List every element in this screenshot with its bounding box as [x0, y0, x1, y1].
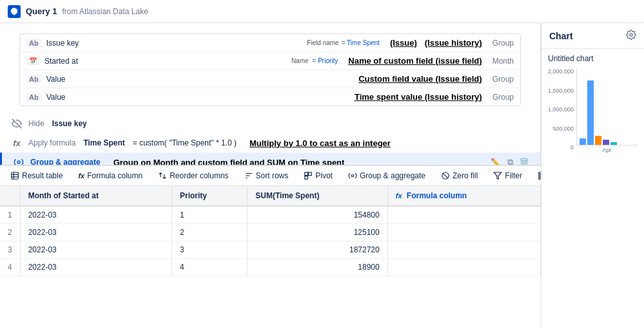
group-aggregate-step-row[interactable]: Group & aggregate Group on Month and cus… [0, 153, 540, 165]
col-sum-header[interactable]: SUM(Time Spent) [248, 186, 387, 206]
edit-icon[interactable]: ✏️ [490, 156, 502, 165]
cell-formula [387, 241, 540, 258]
formula-column-icon: fx [396, 192, 402, 200]
group-aggregate-annotation: Group on Month and custom field and SUM … [113, 158, 345, 165]
delete-icon[interactable]: 🗑️ [518, 156, 530, 165]
query-title: Query 1 [26, 6, 57, 16]
hide-step-row[interactable]: Hide Issue key [0, 114, 540, 133]
formula-value: = custom( "Time Spent" * 1.0 ) [133, 138, 237, 147]
svg-rect-14 [305, 176, 308, 179]
chart-subtitle: Untitled chart [548, 54, 638, 63]
group-aggregate-toolbar-label: Group & aggregate [360, 171, 425, 180]
hide-label: Hide [28, 119, 44, 128]
result-table-btn[interactable]: Result table [5, 169, 68, 183]
field-name-label: Value [46, 75, 354, 84]
row-number: 1 [0, 206, 20, 224]
col-priority-header[interactable]: Priority [171, 186, 247, 206]
left-panel: Ab Issue key Field name = Time Spent (Is… [0, 23, 541, 327]
field-name-label: Started at [44, 57, 286, 66]
field-name-label: Issue key [46, 39, 302, 48]
field-name-label: Value [46, 93, 349, 102]
chart-title: Chart [549, 31, 573, 41]
group-aggregate-btn[interactable]: Group & aggregate [343, 169, 431, 183]
x-label: Apr [603, 147, 612, 153]
top-bar: Query 1 from Atlassian Data Lake [0, 0, 644, 23]
y-label: 2,000,000 [548, 68, 574, 75]
row-number: 2 [0, 223, 20, 241]
sort-rows-btn[interactable]: Sort rows [239, 169, 294, 183]
field-type-icon: 📅 [26, 57, 39, 65]
table-row: 1 2022-03 1 154800 [0, 206, 541, 224]
pivot-btn[interactable]: Pivot [298, 169, 338, 183]
sort-rows-label: Sort rows [256, 171, 289, 180]
field-type-icon: Ab [26, 39, 41, 48]
field-month-type: Month [493, 57, 514, 66]
cell-month: 2022-03 [20, 241, 171, 258]
chart-panel: Chart Untitled chart 2,000,000 1,500,000… [541, 23, 644, 327]
chart-settings-icon[interactable] [626, 30, 636, 42]
y-label: 1,500,000 [548, 88, 574, 94]
y-label: 1,000,000 [548, 106, 574, 113]
formula-column-btn[interactable]: fx Formula column [73, 169, 148, 183]
custom-field-value-annotation: Custom field value (Issue field) [358, 74, 482, 84]
cell-priority: 2 [171, 223, 247, 241]
chart-area: Untitled chart 2,000,000 1,500,000 1,000… [542, 49, 644, 327]
group-aggregate-icon [12, 156, 25, 165]
row-number: 4 [0, 258, 20, 276]
table-row: Ab Issue key Field name = Time Spent (Is… [20, 34, 520, 52]
row-num-header [0, 186, 20, 206]
limit-rows-btn[interactable]: Limit rows [532, 169, 541, 183]
chart-bar-5 [610, 142, 617, 145]
reorder-columns-label: Reorder columns [170, 171, 228, 180]
name-value: = Priority [313, 57, 338, 64]
field-group-type: Group [493, 39, 514, 48]
copy-icon[interactable]: ⧉ [504, 156, 516, 165]
table-row: 3 2022-03 3 1872720 [0, 241, 541, 258]
cell-formula [387, 223, 540, 241]
table-row: 📅 Started at Name = Priority Name of cus… [20, 52, 520, 70]
formula-btn-icon: fx [78, 172, 84, 180]
fields-table: Ab Issue key Field name = Time Spent (Is… [19, 33, 521, 106]
custom-field-annotation: Name of custom field (issue field) [348, 56, 482, 66]
cell-priority: 1 [171, 206, 247, 224]
cell-month: 2022-03 [20, 258, 171, 276]
field-group-type: Group [493, 75, 514, 84]
table-row: Ab Value Custom field value (Issue field… [20, 70, 520, 88]
row-number: 3 [0, 241, 20, 258]
formula-icon: fx [10, 136, 23, 149]
cell-sum: 154800 [248, 206, 387, 224]
formula-name: Time Spent [83, 138, 124, 147]
field-type-icon: Ab [26, 75, 41, 84]
cell-month: 2022-03 [20, 223, 171, 241]
table-row: Ab Value Time spent value (Issue history… [20, 88, 520, 106]
filter-label: Filter [505, 171, 522, 180]
chart-header: Chart [542, 23, 644, 49]
results-section: Month of Started at Priority SUM(Time Sp… [0, 186, 541, 328]
col-formula-header[interactable]: fx Formula column [387, 186, 540, 206]
col-month-header[interactable]: Month of Started at [20, 186, 171, 206]
issue-annotation: (Issue) [390, 38, 417, 48]
query-source: from Atlassian Data Lake [62, 7, 148, 16]
formula-step-row[interactable]: fx Apply formula Time Spent = custom( "T… [0, 133, 540, 153]
formula-column-label: Formula column [87, 171, 142, 180]
svg-rect-12 [305, 172, 308, 175]
reorder-columns-btn[interactable]: Reorder columns [153, 169, 233, 183]
cell-sum: 125100 [248, 223, 387, 241]
cell-formula [387, 258, 540, 276]
y-label: 0 [571, 144, 574, 151]
group-aggregate-label: Group & aggregate [30, 158, 101, 165]
formula-apply-label: Apply formula [28, 138, 75, 147]
filter-btn[interactable]: Filter [488, 169, 527, 183]
chart-bar-4 [603, 140, 609, 145]
formula-column-header-label: Formula column [407, 191, 467, 200]
svg-rect-13 [309, 172, 312, 175]
zero-fill-label: Zero fill [453, 171, 478, 180]
zero-fill-btn[interactable]: Zero fill [436, 169, 483, 183]
name-tag: Name [291, 57, 309, 64]
field-annotation-labels: Field name = Time Spent [307, 39, 380, 46]
svg-point-22 [630, 33, 632, 36]
chart-bar-2 [587, 80, 594, 145]
formula-annotation: Multiply by 1.0 to cast as an integer [249, 138, 391, 148]
table-row: 4 2022-03 4 18900 [0, 258, 541, 276]
field-name-value: = Time Spent [342, 39, 380, 46]
